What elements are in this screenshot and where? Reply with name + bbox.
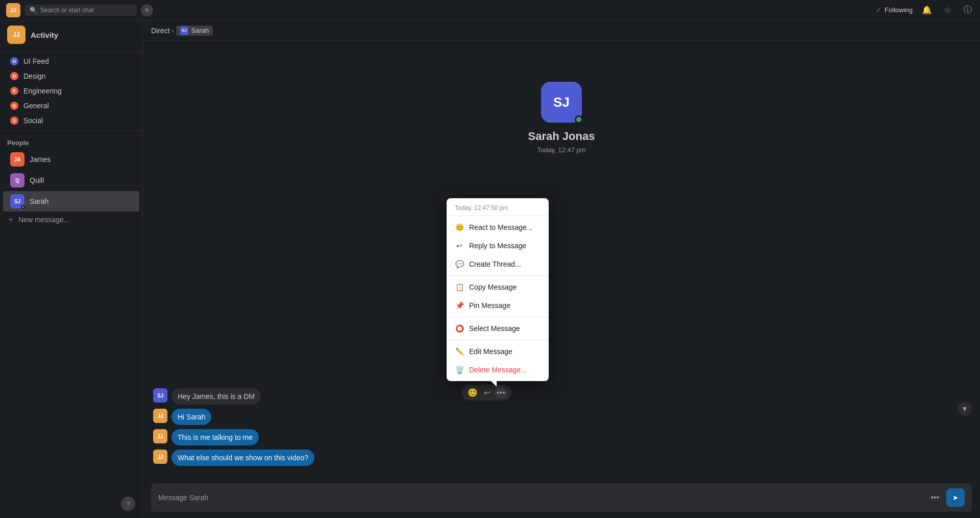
sidebar-item-person-quill[interactable]: Q Quill — [3, 170, 139, 191]
people-list: JA James Q Quill SJ Sarah — [0, 149, 142, 212]
message-bubble: What else should we show on this video? — [172, 450, 314, 466]
channel-dot: U — [10, 57, 18, 65]
top-right-actions: ✓ Following 🔔 ☆ ⓘ — [876, 4, 974, 16]
profile-avatar-large: SJ — [541, 82, 582, 123]
person-name: Quill — [30, 176, 44, 184]
menu-item-icon-delete: 🗑️ — [455, 365, 464, 374]
channel-label: General — [23, 102, 49, 110]
context-menu: Today, 12:47:50 pm 😊 React to Message...… — [447, 198, 549, 381]
sidebar-item-design[interactable]: D Design — [3, 69, 139, 83]
menu-divider — [447, 340, 549, 340]
menu-item-delete[interactable]: 🗑️ Delete Message... — [447, 361, 549, 379]
channel-dot: S — [10, 116, 18, 125]
chat-breadcrumb: Direct › SJ Sarah — [143, 20, 980, 41]
reply-quick-button[interactable]: ↩ — [482, 387, 493, 398]
divider — [0, 51, 142, 52]
main-layout: JJ Activity U UI Feed D Design E Enginee… — [0, 20, 980, 518]
send-button[interactable]: ➤ — [946, 488, 965, 507]
person-name: James — [30, 155, 51, 163]
message-row: JJ What else should we show on this vide… — [153, 449, 970, 467]
help-button[interactable]: ? — [121, 497, 135, 511]
menu-item-icon-edit: ✏️ — [455, 347, 464, 356]
context-menu-timestamp: Today, 12:47:50 pm — [447, 200, 549, 214]
menu-item-icon-reply: ↩ — [455, 241, 464, 250]
people-section-header: People — [0, 133, 142, 149]
menu-item-label: Delete Message... — [469, 366, 527, 374]
user-avatar[interactable]: JJ — [6, 3, 20, 17]
breadcrumb-chevron: › — [172, 27, 174, 34]
activity-label: Activity — [31, 31, 58, 39]
sidebar-item-general[interactable]: G General — [3, 99, 139, 113]
send-icon: ➤ — [952, 493, 959, 502]
profile-online-dot — [575, 115, 583, 124]
profile-time: Today, 12:47 pm — [537, 146, 585, 154]
sidebar-item-social[interactable]: S Social — [3, 113, 139, 128]
help-section: ? — [0, 489, 142, 518]
following-button[interactable]: ✓ Following — [876, 6, 913, 14]
sidebar-item-ui feed[interactable]: U UI Feed — [3, 54, 139, 68]
menu-divider — [447, 216, 549, 216]
breadcrumb-direct: Direct — [151, 27, 170, 35]
chevron-down-icon: ▼ — [961, 405, 968, 413]
channels-list: U UI Feed D Design E Engineering G Gener… — [0, 54, 142, 128]
menu-item-pin[interactable]: 📌 Pin Message — [447, 296, 549, 315]
sidebar-item-engineering[interactable]: E Engineering — [3, 84, 139, 98]
add-button[interactable]: + — [141, 4, 153, 16]
reaction-bar: 😊 ↩ ••• — [461, 385, 511, 401]
channel-dot: E — [10, 87, 18, 95]
menu-item-label: React to Message... — [469, 223, 533, 231]
message-input-wrapper: ••• ➤ — [151, 483, 972, 512]
search-bar[interactable]: 🔍 Search or start chat — [24, 5, 137, 16]
more-actions-button[interactable]: ••• — [495, 387, 507, 398]
new-message-button[interactable]: ＋ New message... — [0, 212, 142, 227]
sidebar-item-person-sarah[interactable]: SJ Sarah — [3, 191, 139, 211]
menu-item-react[interactable]: 😊 React to Message... — [447, 218, 549, 237]
bell-icon[interactable]: 🔔 — [921, 4, 933, 16]
top-bar: JJ 🔍 Search or start chat + ✓ Following … — [0, 0, 980, 20]
menu-item-reply[interactable]: ↩ Reply to Message — [447, 237, 549, 255]
channel-dot: D — [10, 72, 18, 80]
check-icon: ✓ — [876, 6, 881, 14]
channel-label: Engineering — [23, 87, 62, 95]
messages-area: SJ Sarah Jonas Today, 12:47 pm SJ Hey Ja… — [143, 41, 980, 477]
breadcrumb-avatar: SJ — [180, 27, 188, 35]
message-avatar: JJ — [153, 450, 167, 464]
channel-label: Social — [23, 116, 43, 125]
profile-initials: SJ — [553, 95, 570, 110]
menu-item-icon-thread: 💬 — [455, 260, 464, 269]
scroll-down-button[interactable]: ▼ — [958, 402, 972, 416]
menu-item-edit[interactable]: ✏️ Edit Message — [447, 342, 549, 361]
breadcrumb-user[interactable]: SJ Sarah — [176, 26, 213, 36]
new-message-label: New message... — [18, 216, 69, 224]
message-bubble: This is me talking to me — [172, 429, 259, 445]
channel-label: Design — [23, 72, 46, 80]
person-name: Sarah — [30, 197, 48, 205]
message-row: JJ Hi Sarah — [153, 408, 970, 426]
menu-item-icon-copy: 📋 — [455, 282, 464, 292]
message-bubble: Hi Sarah — [172, 409, 211, 425]
menu-item-icon-react: 😊 — [455, 223, 464, 232]
menu-item-label: Select Message — [469, 324, 520, 333]
more-input-icon[interactable]: ••• — [930, 493, 939, 502]
divider-2 — [0, 130, 142, 131]
channel-dot: G — [10, 102, 18, 110]
chat-area: Direct › SJ Sarah SJ Sarah Jonas Today, … — [143, 20, 980, 518]
sidebar-item-person-james[interactable]: JA James — [3, 149, 139, 170]
message-input[interactable] — [158, 493, 925, 502]
menu-item-thread[interactable]: 💬 Create Thread... — [447, 255, 549, 273]
search-placeholder: Search or start chat — [40, 7, 94, 14]
messages-list: SJ Hey James, this is a DM JJ Hi Sarah J… — [153, 387, 970, 467]
online-indicator — [21, 205, 25, 209]
sidebar-item-activity[interactable]: JJ Activity — [0, 20, 142, 49]
message-row: SJ Hey James, this is a DM — [153, 387, 970, 406]
star-icon[interactable]: ☆ — [941, 4, 953, 16]
person-avatar: Q — [10, 173, 24, 187]
message-bubble: Hey James, this is a DM — [172, 388, 261, 405]
channel-label: UI Feed — [23, 57, 49, 65]
info-icon[interactable]: ⓘ — [962, 4, 974, 16]
menu-item-copy[interactable]: 📋 Copy Message — [447, 278, 549, 296]
emoji-reaction-button[interactable]: 😊 — [465, 387, 480, 398]
message-avatar: JJ — [153, 429, 167, 443]
menu-item-select[interactable]: ⭕ Select Message — [447, 319, 549, 338]
context-menu-items: 😊 React to Message... ↩ Reply to Message… — [447, 218, 549, 379]
